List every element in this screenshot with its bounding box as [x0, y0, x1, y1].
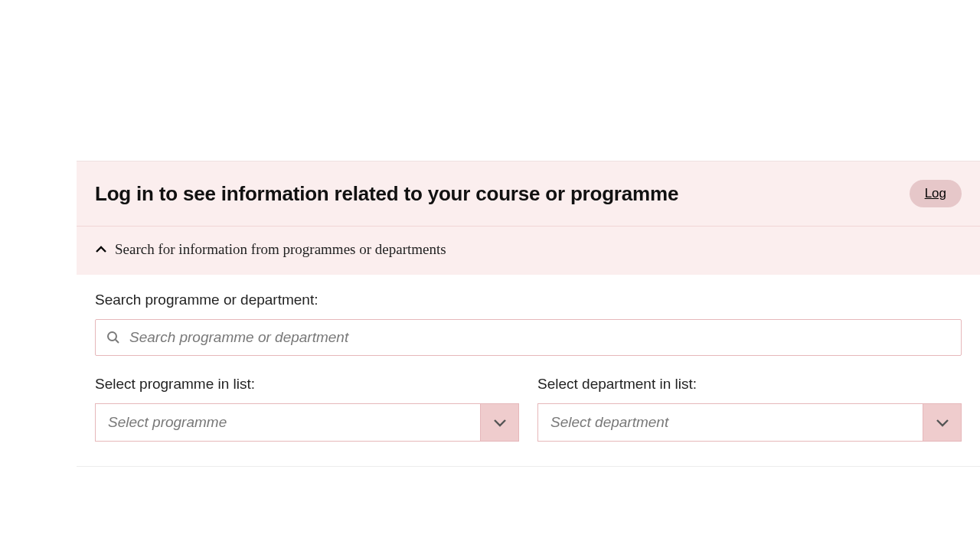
- programme-select[interactable]: Select programme: [95, 403, 519, 442]
- department-field-label: Select department in list:: [537, 376, 962, 393]
- search-body: Search programme or department: Select p…: [77, 275, 980, 467]
- login-heading: Log in to see information related to you…: [95, 182, 678, 206]
- department-select-placeholder: Select department: [538, 404, 923, 441]
- search-toggle-row[interactable]: Search for information from programmes o…: [77, 227, 980, 275]
- department-column: Select department in list: Select depart…: [537, 376, 962, 442]
- search-field-label: Search programme or department:: [95, 292, 962, 308]
- svg-line-1: [116, 340, 119, 343]
- search-icon: [106, 331, 120, 344]
- chevron-up-icon: [95, 243, 107, 256]
- svg-point-0: [108, 332, 116, 341]
- department-select-toggle[interactable]: [923, 404, 961, 441]
- programme-column: Select programme in list: Select program…: [95, 376, 519, 442]
- select-columns: Select programme in list: Select program…: [95, 376, 962, 442]
- search-toggle-label: Search for information from programmes o…: [115, 241, 446, 258]
- chevron-down-icon: [936, 418, 949, 427]
- filter-panel: Log in to see information related to you…: [77, 161, 980, 467]
- login-banner: Log in to see information related to you…: [77, 161, 980, 227]
- programme-field-label: Select programme in list:: [95, 376, 519, 393]
- page-wrapper: Log in to see information related to you…: [0, 0, 980, 467]
- department-select[interactable]: Select department: [537, 403, 962, 442]
- programme-select-placeholder: Select programme: [96, 404, 480, 441]
- programme-select-toggle[interactable]: [480, 404, 518, 441]
- chevron-down-icon: [493, 418, 507, 427]
- search-input-container: [95, 319, 962, 356]
- search-input[interactable]: [120, 329, 961, 346]
- login-button[interactable]: Log: [910, 180, 962, 207]
